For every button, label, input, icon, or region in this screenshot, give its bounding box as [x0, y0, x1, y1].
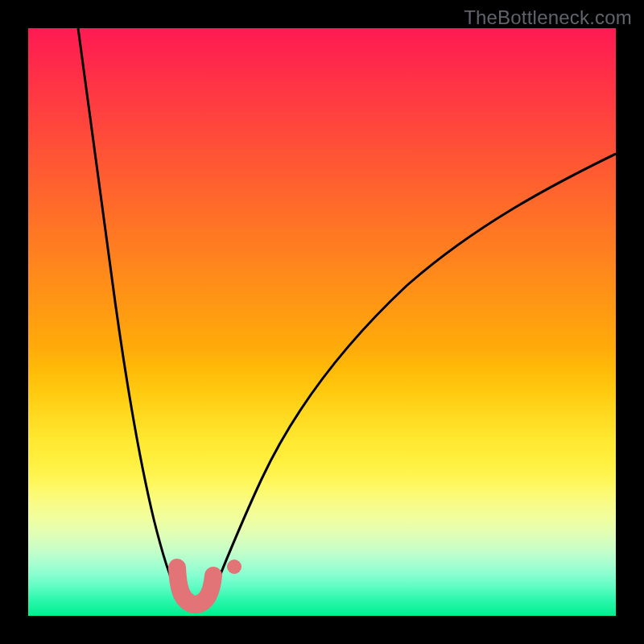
chart-frame: TheBottleneck.com [0, 0, 644, 644]
curves-svg [28, 28, 616, 616]
plot-area [28, 28, 616, 616]
curve-left-branch [78, 28, 183, 606]
curve-right-branch [207, 154, 616, 606]
pink-dot-marker-icon [227, 559, 242, 574]
watermark-text: TheBottleneck.com [464, 6, 632, 29]
pink-u-marker-icon [177, 568, 213, 605]
